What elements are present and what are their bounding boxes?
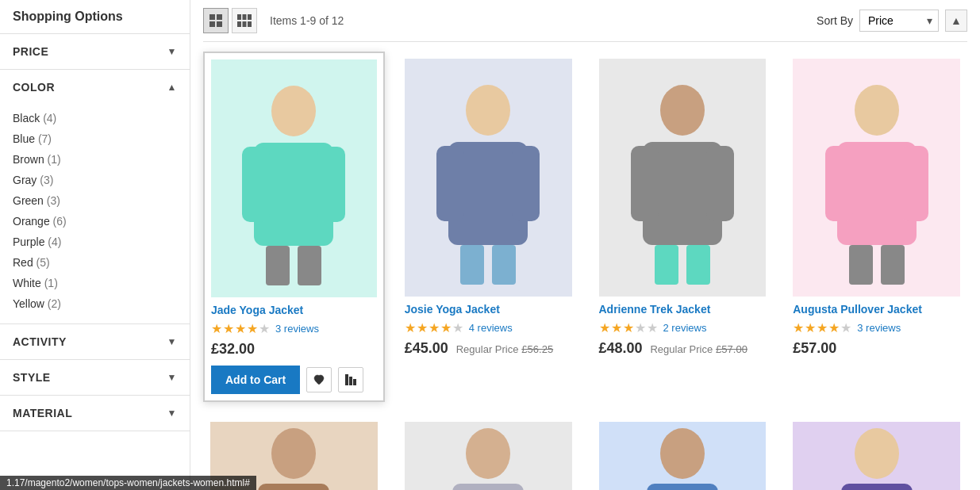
price-row-jade: £32.00: [211, 341, 377, 358]
filter-item-orange[interactable]: Orange (6): [13, 211, 177, 232]
product-photo-b4: [817, 422, 936, 490]
svg-rect-28: [706, 146, 734, 221]
list-icon: [237, 14, 252, 27]
price-augusta: £57.00: [793, 340, 836, 356]
svg-rect-40: [452, 484, 524, 490]
main-content: Items 1-9 of 12 Sort By Price Name Ratin…: [190, 0, 980, 490]
product-photo-adrienne: [623, 67, 742, 289]
toolbar: Items 1-9 of 12 Sort By Price Name Ratin…: [203, 0, 967, 42]
product-image-josie[interactable]: [405, 59, 572, 297]
sort-wrapper: Sort By Price Name Rating ▲: [817, 10, 967, 32]
sidebar: Shopping Options PRICE ▼ COLOR ▲ Black (…: [0, 0, 190, 490]
filter-item-gray[interactable]: Gray (3): [13, 170, 177, 190]
product-name-adrienne[interactable]: Adrienne Trek Jacket: [599, 303, 767, 316]
product-image-adrienne[interactable]: [599, 59, 767, 297]
svg-rect-2: [209, 21, 215, 27]
regular-price-josie: £56.25: [521, 343, 553, 355]
stars-row-josie: ★★★★★ 4 reviews: [405, 320, 572, 335]
grid-view-button[interactable]: [203, 8, 229, 33]
svg-rect-4: [237, 14, 241, 20]
regular-price-label-adrienne: Regular Price: [650, 343, 713, 355]
svg-rect-8: [243, 21, 247, 27]
reviews-link-josie[interactable]: 4 reviews: [469, 322, 513, 334]
filter-label-price: PRICE: [13, 45, 48, 58]
svg-point-39: [466, 428, 510, 479]
reviews-link-augusta[interactable]: 3 reviews: [857, 322, 901, 334]
view-buttons: [203, 8, 257, 33]
filter-header-price[interactable]: PRICE ▼: [0, 34, 190, 69]
product-name-augusta[interactable]: Augusta Pullover Jacket: [793, 303, 960, 316]
reviews-link-adrienne[interactable]: 2 reviews: [663, 322, 707, 334]
grid-icon: [209, 14, 222, 27]
filter-item-purple[interactable]: Purple (4): [13, 232, 177, 252]
filter-item-yellow[interactable]: Yellow (2): [13, 293, 177, 314]
filter-item-white[interactable]: White (1): [13, 273, 177, 293]
svg-rect-0: [209, 14, 215, 20]
compare-button-jade[interactable]: [338, 367, 363, 392]
product-photo-b2: [429, 422, 548, 490]
svg-rect-35: [849, 245, 873, 285]
svg-rect-42: [647, 484, 718, 490]
svg-rect-30: [686, 245, 710, 285]
product-name-josie[interactable]: Josie Yoga Jacket: [405, 303, 572, 316]
sort-select-wrapper: Price Name Rating: [859, 10, 939, 32]
svg-rect-6: [248, 14, 252, 20]
product-image-augusta[interactable]: [793, 59, 960, 297]
star-rating-adrienne: ★★★★★: [599, 320, 659, 335]
product-image-b2[interactable]: [405, 422, 572, 490]
filter-section-price: PRICE ▼: [0, 34, 190, 70]
filter-item-blue[interactable]: Blue (7): [13, 128, 177, 149]
add-to-cart-button-jade[interactable]: Add to Cart: [211, 366, 300, 394]
product-photo-augusta: [817, 67, 936, 289]
product-card-b2: [398, 415, 579, 490]
svg-rect-24: [492, 245, 516, 285]
sort-select[interactable]: Price Name Rating: [859, 10, 939, 32]
filter-item-red[interactable]: Red (5): [13, 252, 177, 273]
filter-item-green[interactable]: Green (3): [13, 190, 177, 211]
filter-item-black[interactable]: Black (4): [13, 108, 177, 128]
svg-rect-3: [217, 21, 222, 27]
product-image-b4[interactable]: [793, 422, 960, 490]
sort-direction-button[interactable]: ▲: [945, 10, 967, 32]
svg-rect-34: [901, 146, 928, 221]
status-bar-text: 1.17/magento2/women/tops-women/jackets-w…: [6, 477, 250, 488]
product-photo-jade: [234, 67, 353, 289]
list-view-button[interactable]: [232, 8, 257, 33]
svg-point-25: [660, 85, 705, 136]
status-bar: 1.17/magento2/women/tops-women/jackets-w…: [0, 476, 256, 490]
filter-section-style: STYLE ▼: [0, 360, 190, 396]
chevron-down-icon-material: ▼: [167, 408, 177, 419]
filter-header-material[interactable]: MATERIAL ▼: [0, 396, 190, 431]
product-card-jade: Jade Yoga Jacket ★★★★★ 3 reviews £32.00 …: [203, 52, 385, 402]
stars-row-adrienne: ★★★★★ 2 reviews: [599, 320, 767, 335]
svg-rect-14: [266, 246, 290, 285]
product-image-jade[interactable]: [211, 59, 377, 297]
product-name-jade[interactable]: Jade Yoga Jacket: [211, 304, 377, 316]
price-jade: £32.00: [211, 341, 255, 357]
filter-item-brown[interactable]: Brown (1): [13, 149, 177, 170]
svg-rect-7: [237, 21, 241, 27]
filter-header-style[interactable]: STYLE ▼: [0, 360, 190, 395]
price-josie: £45.00: [405, 340, 448, 356]
wishlist-button-jade[interactable]: [306, 367, 332, 392]
product-photo-b3: [623, 422, 742, 490]
star-rating-josie: ★★★★★: [405, 320, 464, 335]
star-rating-jade: ★★★★★: [211, 321, 271, 336]
regular-price-label-josie: Regular Price: [456, 343, 519, 355]
product-photo-josie: [429, 67, 548, 289]
bottom-product-row: [203, 415, 967, 490]
svg-rect-18: [353, 379, 356, 385]
filter-section-material: MATERIAL ▼: [0, 396, 190, 431]
product-card-adrienne: Adrienne Trek Jacket ★★★★★ 2 reviews £48…: [592, 52, 774, 402]
filter-label-activity: ACTIVITY: [13, 335, 67, 348]
items-count: Items 1-9 of 12: [270, 14, 344, 27]
filter-header-activity[interactable]: ACTIVITY ▼: [0, 324, 190, 359]
svg-rect-9: [248, 21, 252, 27]
svg-rect-13: [317, 147, 345, 222]
svg-point-31: [855, 85, 899, 136]
price-row-josie: £45.00 Regular Price £56.25: [405, 340, 572, 357]
filter-header-color[interactable]: COLOR ▲: [0, 70, 190, 105]
reviews-link-jade[interactable]: 3 reviews: [275, 323, 319, 335]
star-rating-augusta: ★★★★★: [793, 320, 852, 335]
product-image-b3[interactable]: [599, 422, 767, 490]
